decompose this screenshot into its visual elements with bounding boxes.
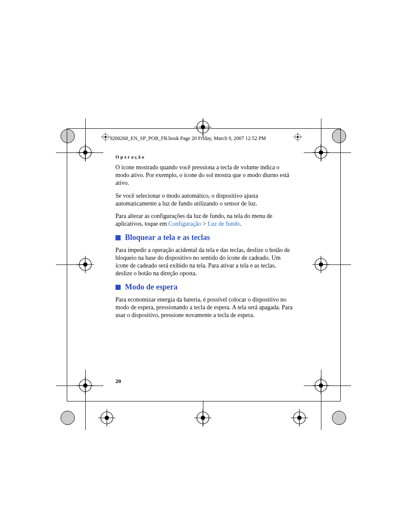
paragraph: Para alterar as configurações da luz de … — [115, 212, 294, 228]
svg-point-39 — [201, 125, 205, 129]
menu-path-link: Luz de fundo — [208, 221, 240, 227]
running-header: Operação — [115, 154, 146, 159]
section-heading: Bloquear a tela e as teclas — [115, 233, 294, 243]
printer-corner-mark-icon — [60, 128, 75, 144]
heading-text: Bloquear a tela e as teclas — [125, 233, 210, 243]
registration-mark-icon — [293, 132, 302, 142]
paragraph: Para economizar energia da bateria, é po… — [115, 296, 294, 320]
text-run: . — [240, 221, 242, 227]
square-bullet-icon — [115, 235, 121, 240]
registration-mark-icon — [194, 409, 212, 426]
text-run: > — [201, 221, 208, 227]
svg-point-3 — [105, 136, 106, 138]
registration-mark-icon — [291, 409, 308, 426]
svg-point-7 — [297, 136, 299, 138]
svg-point-9 — [332, 129, 346, 143]
svg-point-10 — [61, 411, 75, 425]
registration-mark-icon — [312, 256, 330, 273]
page-number: 20 — [115, 378, 121, 385]
svg-point-47 — [105, 416, 109, 420]
printer-corner-mark-icon — [60, 410, 75, 426]
body-content: O ícone mostrado quando você pressiona a… — [115, 164, 294, 324]
svg-point-23 — [83, 383, 87, 388]
svg-point-27 — [319, 383, 323, 388]
page-meta-header: 9200268_EN_SP_POB_FR.book Page 20 Friday… — [110, 135, 266, 142]
registration-mark-icon — [77, 377, 94, 394]
svg-point-51 — [297, 416, 302, 420]
svg-point-43 — [201, 416, 205, 420]
registration-mark-icon — [194, 118, 212, 136]
printer-corner-mark-icon — [331, 128, 347, 144]
svg-point-11 — [332, 411, 346, 425]
heading-text: Modo de espera — [125, 282, 177, 292]
printer-corner-mark-icon — [331, 410, 347, 426]
paragraph: O ícone mostrado quando você pressiona a… — [115, 164, 294, 187]
registration-mark-icon — [312, 377, 330, 394]
svg-point-35 — [319, 262, 323, 267]
svg-point-31 — [83, 262, 87, 267]
paragraph: Se você selecionar o modo automático, o … — [115, 192, 294, 208]
paragraph: Para impedir a operação acidental da tel… — [115, 246, 294, 278]
registration-mark-icon — [77, 144, 94, 161]
svg-point-15 — [83, 150, 87, 155]
registration-mark-icon — [98, 409, 115, 426]
menu-path-link: Configuração — [168, 221, 201, 227]
frame-bottom — [67, 401, 340, 401]
registration-mark-icon — [101, 132, 110, 142]
registration-mark-icon — [312, 144, 330, 161]
svg-point-8 — [61, 129, 75, 143]
svg-point-19 — [319, 150, 323, 155]
section-heading: Modo de espera — [115, 282, 294, 292]
registration-mark-icon — [77, 256, 94, 273]
square-bullet-icon — [115, 285, 121, 290]
